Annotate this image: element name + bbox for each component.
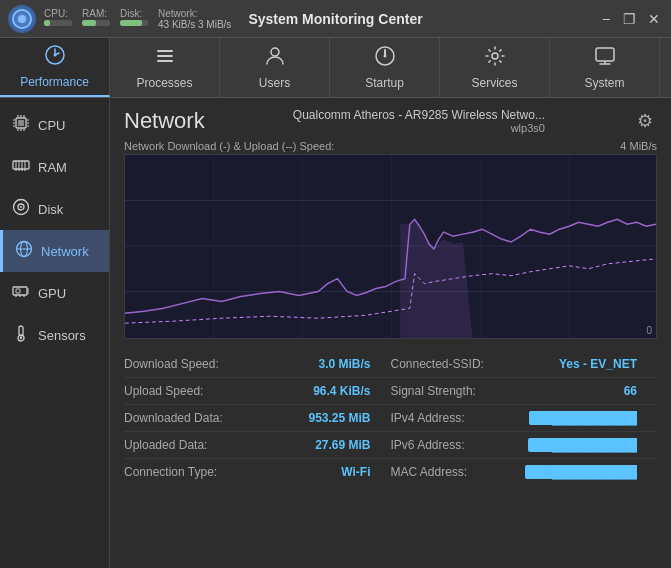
system-icon	[594, 45, 616, 72]
tab-performance[interactable]: Performance	[0, 38, 110, 97]
startup-icon	[374, 45, 396, 72]
window-controls[interactable]: − ❐ ✕	[597, 10, 663, 28]
tab-processes-label: Processes	[136, 76, 192, 90]
mac-label: MAC Address:	[391, 465, 468, 479]
downloaded-data-value: 953.25 MiB	[308, 411, 370, 425]
tab-system[interactable]: System	[550, 38, 660, 97]
disk-icon	[12, 198, 30, 220]
processes-icon	[154, 45, 176, 72]
performance-icon	[44, 44, 66, 71]
downloaded-data-row: Downloaded Data: 953.25 MiB	[124, 405, 391, 432]
ram-bar	[82, 20, 110, 26]
network-icon	[15, 240, 33, 262]
device-info: Qualcomm Atheros - AR9285 Wireless Netwo…	[293, 108, 545, 134]
cpu-bar	[44, 20, 72, 26]
ipv6-label: IPv6 Address:	[391, 438, 465, 452]
svg-point-40	[20, 206, 22, 208]
svg-point-10	[383, 55, 386, 58]
stats-right: Connected-SSID: Yes - EV_NET Signal Stre…	[391, 351, 658, 568]
titlebar: CPU: RAM: Disk: Network: 43 KiB/s 3 MiB/…	[0, 0, 671, 38]
ssid-row: Connected-SSID: Yes - EV_NET	[391, 351, 658, 378]
svg-point-1	[18, 15, 26, 23]
disk-bar	[120, 20, 148, 26]
svg-rect-29	[13, 161, 29, 169]
tab-startup[interactable]: Startup	[330, 38, 440, 97]
network-stat-value: 43 KiB/s 3 MiB/s	[158, 19, 231, 30]
sidebar-item-ram[interactable]: RAM	[0, 146, 109, 188]
content-header: Network Qualcomm Atheros - AR9285 Wirele…	[110, 98, 671, 140]
svg-rect-12	[596, 48, 614, 61]
tab-services-label: Services	[471, 76, 517, 90]
connection-type-row: Connection Type: Wi-Fi	[124, 459, 391, 485]
sidebar-item-disk[interactable]: Disk	[0, 188, 109, 230]
ram-stat: RAM:	[82, 8, 110, 30]
close-button[interactable]: ✕	[645, 10, 663, 28]
network-chart: 0	[124, 154, 657, 339]
tab-users-label: Users	[259, 76, 290, 90]
sidebar-gpu-label: GPU	[38, 286, 66, 301]
cpu-icon	[12, 114, 30, 136]
svg-marker-63	[400, 219, 472, 338]
sidebar-item-cpu[interactable]: CPU	[0, 104, 109, 146]
sidebar-item-sensors[interactable]: Sensors	[0, 314, 109, 356]
ipv4-row: IPv4 Address: 192.██████████	[391, 405, 658, 432]
tab-performance-label: Performance	[20, 75, 89, 89]
svg-rect-4	[157, 50, 173, 52]
tab-processes[interactable]: Processes	[110, 38, 220, 97]
signal-value: 66	[624, 384, 637, 398]
mac-value: E0:B██████████	[525, 465, 637, 479]
uploaded-data-label: Uploaded Data:	[124, 438, 207, 452]
ssid-value: Yes - EV_NET	[559, 357, 637, 371]
tab-startup-label: Startup	[365, 76, 404, 90]
signal-row: Signal Strength: 66	[391, 378, 658, 405]
downloaded-data-label: Downloaded Data:	[124, 411, 223, 425]
network-stat: Network: 43 KiB/s 3 MiB/s	[158, 8, 231, 30]
uploaded-data-row: Uploaded Data: 27.69 MiB	[124, 432, 391, 459]
content-panel: Network Qualcomm Atheros - AR9285 Wirele…	[110, 98, 671, 568]
svg-point-3	[53, 54, 56, 57]
users-icon	[264, 45, 286, 72]
app-title: System Monitoring Center	[248, 11, 422, 27]
sidebar-item-gpu[interactable]: GPU	[0, 272, 109, 314]
sidebar-sensors-label: Sensors	[38, 328, 86, 343]
connection-type-label: Connection Type:	[124, 465, 217, 479]
sidebar-item-network[interactable]: Network	[0, 230, 109, 272]
uploaded-data-value: 27.69 MiB	[315, 438, 370, 452]
settings-button[interactable]: ⚙	[633, 106, 657, 136]
svg-rect-6	[157, 60, 173, 62]
cpu-stat: CPU:	[44, 8, 72, 30]
signal-label: Signal Strength:	[391, 384, 476, 398]
tab-system-label: System	[584, 76, 624, 90]
chart-label: Network Download (-) & Upload (--) Speed…	[124, 140, 657, 152]
mac-row: MAC Address: E0:B██████████	[391, 459, 658, 485]
tab-services[interactable]: Services	[440, 38, 550, 97]
sidebar-cpu-label: CPU	[38, 118, 65, 133]
tab-bar: Performance Processes Users	[0, 38, 671, 98]
device-name: Qualcomm Atheros - AR9285 Wireless Netwo…	[293, 108, 545, 122]
tab-users[interactable]: Users	[220, 38, 330, 97]
ram-icon	[12, 156, 30, 178]
sensors-icon	[12, 324, 30, 346]
maximize-button[interactable]: ❐	[621, 10, 639, 28]
stats-grid: Download Speed: 3.0 MiB/s Upload Speed: …	[110, 339, 671, 568]
sidebar-disk-label: Disk	[38, 202, 63, 217]
ssid-label: Connected-SSID:	[391, 357, 484, 371]
gpu-icon	[12, 282, 30, 304]
sidebar-ram-label: RAM	[38, 160, 67, 175]
disk-stat: Disk:	[120, 8, 148, 30]
svg-point-11	[492, 53, 498, 59]
svg-point-54	[20, 337, 22, 339]
download-speed-value: 3.0 MiB/s	[318, 357, 370, 371]
ipv6-value: fe80██████████	[528, 438, 637, 452]
content-title: Network	[124, 108, 205, 134]
svg-point-7	[271, 48, 279, 56]
svg-rect-45	[16, 289, 20, 293]
chart-max-value: 4 MiB/s	[620, 140, 657, 152]
chart-min-label: 0	[646, 325, 652, 336]
main-content: CPU RAM Disk	[0, 98, 671, 568]
connection-type-value: Wi-Fi	[341, 465, 370, 479]
titlebar-stats: CPU: RAM: Disk: Network: 43 KiB/s 3 MiB/…	[44, 8, 231, 30]
ipv4-value: 192.██████████	[529, 411, 637, 425]
svg-rect-5	[157, 55, 173, 57]
minimize-button[interactable]: −	[597, 10, 615, 28]
